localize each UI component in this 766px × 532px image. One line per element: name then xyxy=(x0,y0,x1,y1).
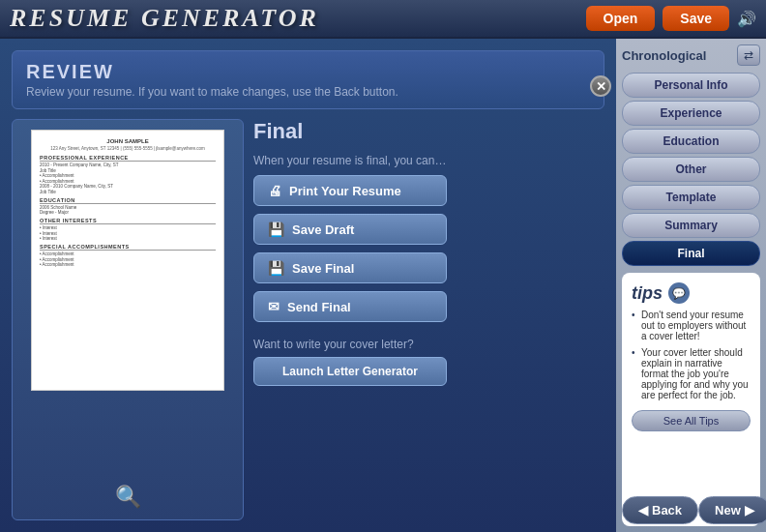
cover-letter-section: Want to write your cover letter? Launch … xyxy=(253,338,604,386)
cover-letter-text: Want to write your cover letter? xyxy=(253,338,604,351)
resume-preview: JOHN SAMPLE 123 Any Street, Anytown, ST … xyxy=(12,119,244,520)
tips-header: tips 💬 xyxy=(632,282,751,304)
save-final-button[interactable]: 💾 Save Final xyxy=(253,252,447,283)
resume-section-exp: PROFESSIONAL EXPERIENCE xyxy=(40,155,216,162)
switch-icon[interactable]: ⇄ xyxy=(737,44,760,66)
open-button[interactable]: Open xyxy=(586,6,656,31)
sidebar-item-final[interactable]: Final xyxy=(622,241,760,266)
main-container: ✕ REVIEW Review your resume. If you want… xyxy=(0,39,766,532)
send-icon: ✉ xyxy=(268,299,280,314)
review-header: REVIEW Review your resume. If you want t… xyxy=(12,50,604,109)
print-icon: 🖨 xyxy=(268,183,281,198)
final-title: Final xyxy=(253,119,604,144)
tips-section: tips 💬 Don't send your resume out to emp… xyxy=(622,273,760,526)
resume-name: JOHN SAMPLE xyxy=(40,138,216,144)
chronological-label: Chronological xyxy=(622,48,706,63)
see-all-tips-button[interactable]: See All Tips xyxy=(632,410,751,431)
launch-letter-generator-button[interactable]: Launch Letter Generator xyxy=(253,357,447,386)
resume-contact: 123 Any Street, Anytown, ST 12345 | (555… xyxy=(40,146,216,151)
tip-2: Your cover letter should explain in narr… xyxy=(632,347,751,400)
new-button[interactable]: New ▶ xyxy=(698,496,766,524)
review-title: REVIEW xyxy=(26,61,590,83)
sidebar-top: Chronological ⇄ xyxy=(622,44,760,66)
close-button[interactable]: ✕ xyxy=(590,75,611,97)
resume-paper: JOHN SAMPLE 123 Any Street, Anytown, ST … xyxy=(31,130,224,391)
sidebar-item-other[interactable]: Other xyxy=(622,157,760,182)
resume-section-other: OTHER INTERESTS xyxy=(40,218,216,224)
resume-section-edu: EDUCATION xyxy=(40,197,216,204)
new-arrow-icon: ▶ xyxy=(745,503,754,517)
resume-section-accom: SPECIAL ACCOMPLISHMENTS xyxy=(40,244,216,251)
sidebar: Chronological ⇄ Personal Info Experience… xyxy=(616,39,766,532)
header-controls: Open Save 🔊 xyxy=(586,6,756,31)
print-resume-button[interactable]: 🖨 Print Your Resume xyxy=(253,175,447,206)
content-body: JOHN SAMPLE 123 Any Street, Anytown, ST … xyxy=(12,119,604,520)
send-final-button[interactable]: ✉ Send Final xyxy=(253,291,447,322)
sidebar-item-summary[interactable]: Summary xyxy=(622,213,760,238)
final-panel: Final When your resume is final, you can… xyxy=(253,119,604,520)
sidebar-item-education[interactable]: Education xyxy=(622,129,760,154)
sidebar-item-personal-info[interactable]: Personal Info xyxy=(622,73,760,98)
final-subtitle: When your resume is final, you can… xyxy=(253,154,604,167)
save-final-icon: 💾 xyxy=(268,260,284,276)
app-header: RESUME GENERATOR Open Save 🔊 xyxy=(0,0,766,39)
back-arrow-icon: ◀ xyxy=(638,503,648,517)
app-title: RESUME GENERATOR xyxy=(10,4,319,33)
content-area: REVIEW Review your resume. If you want t… xyxy=(0,39,616,532)
tip-1: Don't send your resume out to employers … xyxy=(632,310,751,341)
sound-icon[interactable]: 🔊 xyxy=(737,10,756,28)
tips-title: tips xyxy=(632,283,663,304)
save-draft-button[interactable]: 💾 Save Draft xyxy=(253,214,447,245)
bottom-nav: ◀ Back New ▶ xyxy=(616,496,766,524)
save-button[interactable]: Save xyxy=(663,6,729,31)
sidebar-item-experience[interactable]: Experience xyxy=(622,101,760,126)
zoom-icon[interactable]: 🔍 xyxy=(115,485,141,510)
save-draft-icon: 💾 xyxy=(268,222,284,237)
back-button[interactable]: ◀ Back xyxy=(622,496,698,524)
sidebar-item-template[interactable]: Template xyxy=(622,185,760,210)
review-subtitle: Review your resume. If you want to make … xyxy=(26,85,590,99)
tips-speech-icon: 💬 xyxy=(668,282,690,304)
